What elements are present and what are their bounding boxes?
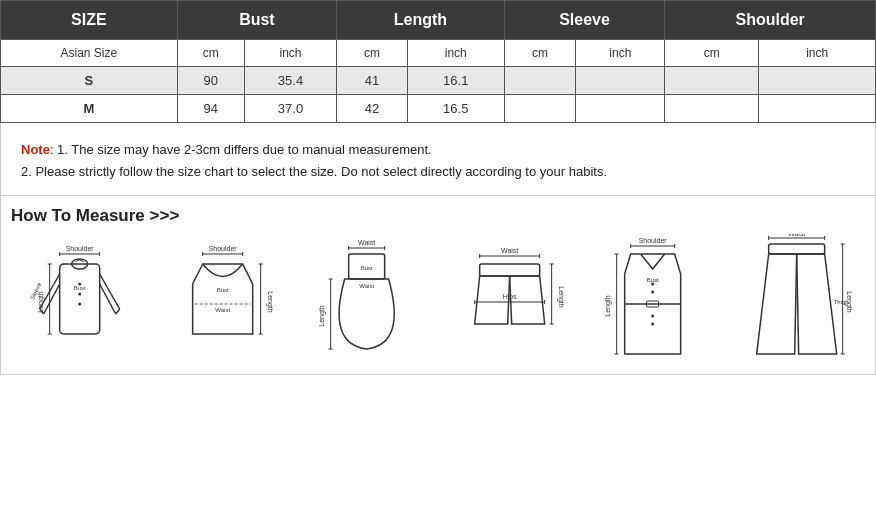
svg-text:Length: Length	[604, 295, 612, 317]
note-label: Note	[21, 142, 50, 157]
note-line1: Note: 1. The size may have 2-3cm differs…	[21, 139, 855, 161]
svg-rect-43	[480, 264, 540, 276]
size-chart: SIZE Bust Length Sleeve Shoulder Asian S…	[0, 0, 876, 123]
table-row: M 94 37.0 42 16.5	[1, 95, 876, 123]
bust-inch-s: 35.4	[244, 67, 336, 95]
svg-text:Bust: Bust	[74, 285, 86, 291]
subheader-length-cm: cm	[337, 40, 408, 67]
how-to-measure-title: How To Measure >>>	[11, 206, 865, 226]
diagram-vest: Shoulder Bust Length Waist	[154, 234, 291, 364]
length-cm-s: 41	[337, 67, 408, 95]
shoulder-inch-m	[759, 95, 876, 123]
svg-text:Waist: Waist	[788, 234, 805, 237]
svg-text:Length: Length	[266, 291, 274, 313]
svg-point-59	[651, 291, 654, 294]
header-sleeve: Sleeve	[504, 1, 665, 40]
length-inch-s: 16.1	[407, 67, 504, 95]
skirt-svg: Waist Bust Length Waist	[298, 234, 435, 364]
pants-svg: Waist Thigh Length	[728, 234, 865, 364]
header-bust: Bust	[177, 1, 336, 40]
svg-point-10	[78, 303, 81, 306]
svg-text:Bust: Bust	[360, 265, 372, 271]
sleeve-inch-s	[576, 67, 665, 95]
diagrams-row: Shoulder Length Sleeve Bust	[11, 234, 865, 374]
svg-text:Waist: Waist	[359, 283, 374, 289]
subheader-asian-size: Asian Size	[1, 40, 178, 67]
diagram-skirt: Waist Bust Length Waist	[298, 234, 435, 364]
diagram-coat: Shoulder Bust Length	[584, 234, 721, 364]
svg-text:Shoulder: Shoulder	[639, 237, 668, 244]
svg-line-7	[116, 309, 120, 314]
size-table-section: SIZE Bust Length Sleeve Shoulder Asian S…	[0, 0, 876, 123]
vest-svg: Shoulder Bust Length Waist	[154, 234, 291, 364]
svg-text:Shoulder: Shoulder	[209, 245, 238, 252]
svg-text:Bust: Bust	[217, 287, 229, 293]
bust-cm-s: 90	[177, 67, 244, 95]
svg-text:Shoulder: Shoulder	[66, 245, 95, 252]
svg-point-61	[651, 323, 654, 326]
subheader-sleeve-cm: cm	[504, 40, 576, 67]
table-row: S 90 35.4 41 16.1	[1, 67, 876, 95]
subheader-bust-cm: cm	[177, 40, 244, 67]
note-line2: 2. Please strictly follow the size chart…	[21, 161, 855, 183]
subheader-sleeve-inch: inch	[576, 40, 665, 67]
shoulder-inch-s	[759, 67, 876, 95]
svg-text:Bust: Bust	[647, 277, 659, 283]
diagram-pants: Waist Thigh Length	[728, 234, 865, 364]
svg-text:Waist: Waist	[358, 239, 375, 246]
svg-point-60	[651, 315, 654, 318]
svg-text:Length: Length	[844, 291, 852, 313]
diagram-blouse: Shoulder Length Sleeve Bust	[11, 234, 148, 364]
shoulder-cm-s	[665, 67, 759, 95]
note-line1-text: : 1. The size may have 2-3cm differs due…	[50, 142, 432, 157]
svg-rect-0	[60, 264, 100, 334]
how-to-measure-section: How To Measure >>>	[0, 196, 876, 375]
header-size: SIZE	[1, 1, 178, 40]
svg-rect-71	[768, 244, 824, 254]
sleeve-cm-m	[504, 95, 576, 123]
bust-inch-m: 37.0	[244, 95, 336, 123]
svg-text:Length: Length	[37, 291, 45, 313]
shoulder-cm-m	[665, 95, 759, 123]
notes-section: Note: 1. The size may have 2-3cm differs…	[0, 123, 876, 196]
svg-text:Hips: Hips	[503, 293, 518, 301]
svg-point-9	[78, 293, 81, 296]
sleeve-cm-s	[504, 67, 576, 95]
length-cm-m: 42	[337, 95, 408, 123]
svg-text:Waist: Waist	[501, 247, 518, 254]
size-s: S	[1, 67, 178, 95]
header-shoulder: Shoulder	[665, 1, 876, 40]
subheader-length-inch: inch	[407, 40, 504, 67]
svg-text:Length: Length	[317, 305, 325, 327]
subheader-shoulder-cm: cm	[665, 40, 759, 67]
subheader-shoulder-inch: inch	[759, 40, 876, 67]
header-length: Length	[337, 1, 505, 40]
bust-cm-m: 94	[177, 95, 244, 123]
diagram-shorts: Waist Hips Length	[441, 234, 578, 364]
coat-svg: Shoulder Bust Length	[584, 234, 721, 364]
svg-text:Waist: Waist	[216, 307, 231, 313]
size-m: M	[1, 95, 178, 123]
length-inch-m: 16.5	[407, 95, 504, 123]
blouse-svg: Shoulder Length Sleeve Bust	[11, 234, 148, 364]
shorts-svg: Waist Hips Length	[441, 234, 578, 364]
subheader-bust-inch: inch	[244, 40, 336, 67]
svg-text:Length: Length	[557, 286, 565, 308]
sleeve-inch-m	[576, 95, 665, 123]
